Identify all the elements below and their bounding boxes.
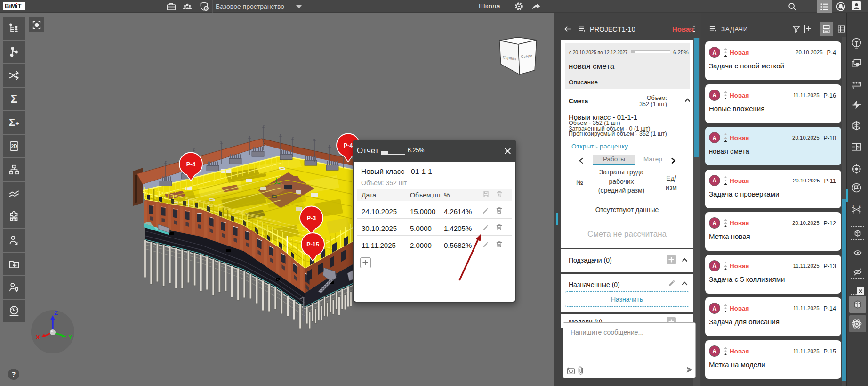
svg-text:2: 2: [859, 204, 861, 207]
svg-text:P-15: P-15: [306, 241, 319, 248]
svg-text:P-4: P-4: [344, 142, 353, 149]
svg-text:P-3: P-3: [307, 215, 316, 222]
svg-text:1: 1: [852, 205, 854, 208]
svg-text:P-4: P-4: [186, 161, 196, 168]
